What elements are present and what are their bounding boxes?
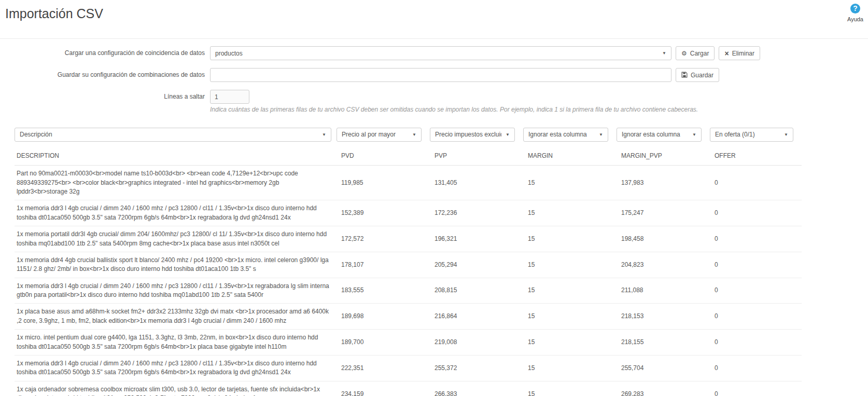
cell-pvd: 119,985 <box>337 175 430 191</box>
save-config-row: Guardar su configuración de combinacione… <box>0 68 868 82</box>
save-button-label: Guardar <box>691 72 713 79</box>
column-mapping-selected-value: Ignorar esta columna <box>622 131 680 138</box>
cell-description: 1x placa base asus amd a68hm-k socket fm… <box>15 304 337 329</box>
delete-button[interactable]: × Eliminar <box>719 46 760 60</box>
table-row: 1x memoria ddr3 l 4gb crucial / dimm 240… <box>15 200 802 226</box>
cell-margin_pvp: 198,458 <box>617 231 710 247</box>
table-row: Part no 90ma0021-m00030<br>model name ts… <box>15 166 802 200</box>
save-icon <box>681 72 688 79</box>
cell-margin_pvp: 269,283 <box>617 386 710 396</box>
chevron-down-icon: ▼ <box>688 132 696 137</box>
cell-pvd: 189,698 <box>337 308 430 324</box>
column-mapping-selected-value: Ignorar esta columna <box>528 131 587 138</box>
cell-margin: 15 <box>523 175 617 191</box>
column-mapping-selected-value: Descripción <box>20 131 52 138</box>
chevron-down-icon: ▼ <box>318 132 326 137</box>
save-config-label: Guardar su configuración de combinacione… <box>0 71 210 79</box>
cell-description: 1x micro. intel pentium dual core g4400,… <box>15 330 337 355</box>
load-config-row: Cargar una configuración de coincidencia… <box>0 46 868 60</box>
cell-offer: 0 <box>710 334 802 350</box>
cell-margin: 15 <box>523 334 617 350</box>
cell-pvd: 234,159 <box>337 386 430 396</box>
cell-offer: 0 <box>710 231 802 247</box>
table-row: 1x micro. intel pentium dual core g4400,… <box>15 330 802 356</box>
cell-pvp: 131,405 <box>430 175 523 191</box>
cell-pvp: 205,294 <box>430 257 523 273</box>
cell-margin_pvp: 137,983 <box>617 175 710 191</box>
cell-margin_pvp: 218,153 <box>617 308 710 324</box>
cell-pvp: 208,815 <box>430 282 523 298</box>
cell-pvp: 219,008 <box>430 334 523 350</box>
column-header: MARGIN_PVP <box>617 147 710 165</box>
save-button[interactable]: Guardar <box>676 68 719 82</box>
cell-margin: 15 <box>523 386 617 396</box>
gears-icon: ⚙ <box>681 50 687 57</box>
mapping-cell: Precio al por mayor▼ <box>337 128 430 142</box>
cell-pvp: 266,383 <box>430 386 523 396</box>
cell-description: 1x caja ordenador sobremesa coolbox micr… <box>15 381 337 396</box>
cell-pvd: 178,107 <box>337 257 430 273</box>
skip-lines-row: Líneas a saltar <box>0 90 868 104</box>
cell-margin: 15 <box>523 205 617 221</box>
cell-description: Part no 90ma0021-m00030<br>model name ts… <box>15 166 337 200</box>
load-button-label: Cargar <box>690 50 709 57</box>
save-config-input[interactable] <box>210 68 671 82</box>
cell-offer: 0 <box>710 282 802 298</box>
table-header-row: DESCRIPTIONPVDPVPMARGINMARGIN_PVPOFFER <box>15 147 802 166</box>
cell-pvp: 172,236 <box>430 205 523 221</box>
delete-button-label: Eliminar <box>732 50 754 57</box>
table-row: 1x caja ordenador sobremesa coolbox micr… <box>15 381 802 396</box>
column-header: PVP <box>430 147 523 165</box>
cell-margin_pvp: 175,247 <box>617 205 710 221</box>
column-mapping-select-2[interactable]: Precio al por mayor▼ <box>337 128 422 142</box>
cell-margin: 15 <box>523 231 617 247</box>
cell-margin_pvp: 204,823 <box>617 257 710 273</box>
load-button[interactable]: ⚙ Cargar <box>676 46 715 60</box>
cell-description: 1x memoria ddr3 l 4gb crucial / dimm 240… <box>15 200 337 226</box>
import-panel: Cargar una configuración de coincidencia… <box>0 38 868 396</box>
mapping-select-row: Descripción▼Precio al por mayor▼Precio i… <box>15 128 802 142</box>
help-button[interactable]: ? Ayuda <box>847 4 863 23</box>
cell-margin_pvp: 255,704 <box>617 360 710 376</box>
cell-margin: 15 <box>523 257 617 273</box>
help-label: Ayuda <box>847 16 863 22</box>
cell-pvd: 152,389 <box>337 205 430 221</box>
cell-pvd: 189,700 <box>337 334 430 350</box>
table-row: 1x memoria ddr3 l 4gb crucial / dimm 240… <box>15 278 802 304</box>
table-row: 1x memoria ddr3 l 4gb crucial / dimm 240… <box>15 356 802 381</box>
cell-offer: 0 <box>710 360 802 376</box>
cell-pvd: 222,351 <box>337 360 430 376</box>
column-mapping-selected-value: Precio al por mayor <box>342 131 396 138</box>
mapping-cell: Ignorar esta columna▼ <box>523 128 617 142</box>
cell-margin: 15 <box>523 360 617 376</box>
help-icon[interactable]: ? <box>850 4 860 13</box>
cell-offer: 0 <box>710 308 802 324</box>
cell-offer: 0 <box>710 175 802 191</box>
page-header: Importación CSV ? Ayuda <box>0 0 868 38</box>
cell-pvp: 216,864 <box>430 308 523 324</box>
load-config-select[interactable]: productos ▼ <box>210 46 671 60</box>
cell-offer: 0 <box>710 386 802 396</box>
skip-lines-input[interactable] <box>210 90 249 104</box>
chevron-down-icon: ▼ <box>658 51 666 56</box>
skip-lines-help-text: Indica cuántas de las primeras filas de … <box>210 105 817 114</box>
cell-pvp: 255,372 <box>430 360 523 376</box>
page-title: Importación CSV <box>5 6 863 21</box>
column-mapping-select-1[interactable]: Descripción▼ <box>15 128 331 142</box>
load-config-selected-value: productos <box>215 50 243 57</box>
table-row: 1x placa base asus amd a68hm-k socket fm… <box>15 304 802 330</box>
chevron-down-icon: ▼ <box>501 132 510 137</box>
column-mapping-select-6[interactable]: En oferta (0/1)▼ <box>710 128 793 142</box>
cell-margin: 15 <box>523 282 617 298</box>
mapping-cell: Ignorar esta columna▼ <box>617 128 710 142</box>
column-mapping-select-3[interactable]: Precio impuestos excluid▼ <box>430 128 515 142</box>
chevron-down-icon: ▼ <box>595 132 603 137</box>
chevron-down-icon: ▼ <box>408 132 416 137</box>
chevron-down-icon: ▼ <box>780 132 788 137</box>
cell-pvp: 196,321 <box>430 231 523 247</box>
column-mapping-select-5[interactable]: Ignorar esta columna▼ <box>617 128 702 142</box>
cell-offer: 0 <box>710 257 802 273</box>
column-mapping-select-4[interactable]: Ignorar esta columna▼ <box>523 128 608 142</box>
column-header: MARGIN <box>523 147 617 165</box>
table-row: 1x memoria portatil ddr3l 4gb crucial/ d… <box>15 226 802 252</box>
